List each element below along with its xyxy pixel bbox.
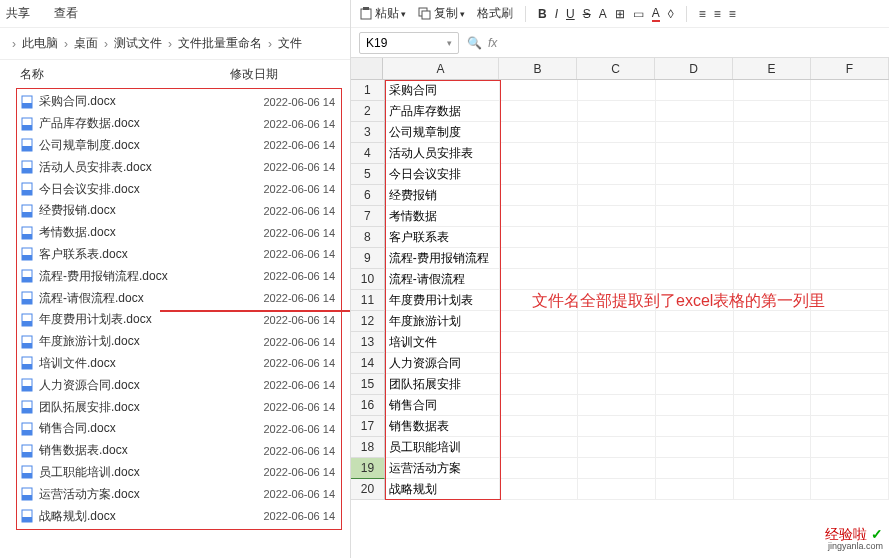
cell[interactable]: [734, 395, 812, 416]
cell[interactable]: [734, 353, 812, 374]
cell[interactable]: [811, 248, 889, 269]
cell[interactable]: [578, 122, 656, 143]
file-row[interactable]: 经费报销.docx 2022-06-06 14: [17, 200, 341, 222]
row-header[interactable]: 19: [351, 458, 385, 479]
cell[interactable]: 人力资源合同: [385, 353, 501, 374]
cell[interactable]: [656, 374, 734, 395]
font-style-icon[interactable]: A: [599, 7, 607, 21]
cell[interactable]: [656, 227, 734, 248]
underline-icon[interactable]: U: [566, 7, 575, 21]
row-header[interactable]: 20: [351, 479, 385, 500]
file-row[interactable]: 活动人员安排表.docx 2022-06-06 14: [17, 156, 341, 178]
align-right-icon[interactable]: ≡: [729, 7, 736, 21]
cell[interactable]: [500, 479, 578, 500]
row-header[interactable]: 9: [351, 248, 385, 269]
cell[interactable]: [500, 227, 578, 248]
file-row[interactable]: 考情数据.docx 2022-06-06 14: [17, 222, 341, 244]
fill-color-icon[interactable]: ▭: [633, 7, 644, 21]
cell[interactable]: [500, 185, 578, 206]
cell[interactable]: [578, 143, 656, 164]
cell[interactable]: [811, 437, 889, 458]
breadcrumb[interactable]: › 此电脑 › 桌面 › 测试文件 › 文件批量重命名 › 文件: [0, 28, 350, 60]
cell[interactable]: [578, 185, 656, 206]
cell[interactable]: [656, 143, 734, 164]
cell[interactable]: [734, 143, 812, 164]
cell[interactable]: [734, 185, 812, 206]
cell[interactable]: [811, 374, 889, 395]
cell[interactable]: [578, 458, 656, 479]
cell[interactable]: [578, 269, 656, 290]
cell[interactable]: [734, 227, 812, 248]
cell[interactable]: [578, 479, 656, 500]
cell[interactable]: 产品库存数据: [385, 101, 501, 122]
cell[interactable]: [500, 458, 578, 479]
strikethrough-icon[interactable]: S: [583, 7, 591, 21]
fx-label[interactable]: fx: [488, 36, 497, 50]
cell[interactable]: 团队拓展安排: [385, 374, 501, 395]
cell[interactable]: [811, 332, 889, 353]
cell[interactable]: [578, 353, 656, 374]
cell[interactable]: [811, 269, 889, 290]
cell[interactable]: [656, 164, 734, 185]
cell[interactable]: [811, 227, 889, 248]
column-name[interactable]: 名称: [20, 66, 230, 83]
cell[interactable]: [656, 206, 734, 227]
cell[interactable]: [500, 101, 578, 122]
cell[interactable]: 员工职能培训: [385, 437, 501, 458]
copy-button[interactable]: 复制▾: [418, 5, 465, 22]
cell[interactable]: [734, 437, 812, 458]
cell[interactable]: 客户联系表: [385, 227, 501, 248]
cell[interactable]: [811, 80, 889, 101]
row-header[interactable]: 12: [351, 311, 385, 332]
cell[interactable]: [656, 479, 734, 500]
file-row[interactable]: 年度旅游计划.docx 2022-06-06 14: [17, 331, 341, 353]
cell[interactable]: [811, 458, 889, 479]
cell[interactable]: [734, 248, 812, 269]
cell[interactable]: [578, 332, 656, 353]
cell[interactable]: [734, 458, 812, 479]
cell[interactable]: [656, 437, 734, 458]
file-row[interactable]: 客户联系表.docx 2022-06-06 14: [17, 244, 341, 266]
cell[interactable]: 销售合同: [385, 395, 501, 416]
column-header[interactable]: B: [499, 58, 577, 79]
cell[interactable]: [656, 353, 734, 374]
cell[interactable]: [500, 80, 578, 101]
cell[interactable]: [734, 80, 812, 101]
file-row[interactable]: 公司规章制度.docx 2022-06-06 14: [17, 135, 341, 157]
cell[interactable]: [656, 416, 734, 437]
cell[interactable]: [656, 122, 734, 143]
breadcrumb-item[interactable]: 测试文件: [114, 35, 162, 52]
cell[interactable]: [500, 311, 578, 332]
cell[interactable]: 培训文件: [385, 332, 501, 353]
breadcrumb-item[interactable]: 桌面: [74, 35, 98, 52]
cell[interactable]: 今日会议安排: [385, 164, 501, 185]
file-row[interactable]: 年度费用计划表.docx 2022-06-06 14: [17, 309, 341, 331]
cell-reference-input[interactable]: K19 ▾: [359, 32, 459, 54]
cell[interactable]: [811, 143, 889, 164]
cell[interactable]: 年度费用计划表: [385, 290, 501, 311]
file-row[interactable]: 团队拓展安排.docx 2022-06-06 14: [17, 396, 341, 418]
cell[interactable]: [500, 353, 578, 374]
cell[interactable]: [500, 437, 578, 458]
column-header[interactable]: A: [383, 58, 499, 79]
file-row[interactable]: 今日会议安排.docx 2022-06-06 14: [17, 178, 341, 200]
cell[interactable]: [734, 332, 812, 353]
row-header[interactable]: 1: [351, 80, 385, 101]
row-header[interactable]: 3: [351, 122, 385, 143]
cell[interactable]: [656, 185, 734, 206]
cell[interactable]: [811, 164, 889, 185]
file-row[interactable]: 销售数据表.docx 2022-06-06 14: [17, 440, 341, 462]
cell[interactable]: [500, 143, 578, 164]
cell[interactable]: 采购合同: [385, 80, 501, 101]
cell-grid[interactable]: ABCDEF 1采购合同2产品库存数据3公司规章制度4活动人员安排表5今日会议安…: [351, 58, 889, 500]
file-row[interactable]: 采购合同.docx 2022-06-06 14: [17, 91, 341, 113]
cell[interactable]: [500, 395, 578, 416]
row-header[interactable]: 13: [351, 332, 385, 353]
cell[interactable]: 经费报销: [385, 185, 501, 206]
cell[interactable]: [500, 332, 578, 353]
row-header[interactable]: 6: [351, 185, 385, 206]
cell[interactable]: 公司规章制度: [385, 122, 501, 143]
cell[interactable]: [811, 122, 889, 143]
cell[interactable]: [734, 479, 812, 500]
format-painter-button[interactable]: 格式刷: [477, 5, 513, 22]
